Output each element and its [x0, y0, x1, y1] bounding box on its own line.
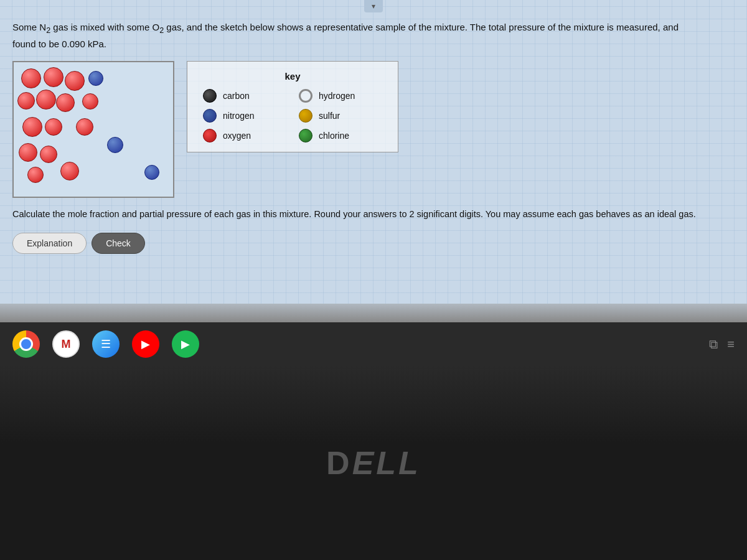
molecule-o2-4	[17, 92, 35, 110]
button-row: Explanation Check	[12, 233, 735, 254]
chlorine-label: chlorine	[319, 131, 349, 141]
chlorine-dot	[299, 129, 312, 142]
molecule-box	[12, 61, 174, 198]
dell-logo-text: D	[326, 445, 352, 481]
key-item-nitrogen: nitrogen	[203, 109, 286, 123]
molecule-o2-12	[60, 162, 79, 180]
dell-logo: DELL	[326, 444, 421, 482]
key-title: key	[203, 71, 382, 82]
key-box: key carbon hydrogen nitrogen sulfur	[187, 61, 398, 152]
carbon-dot	[203, 89, 217, 103]
carbon-label: carbon	[223, 91, 250, 101]
question-text: Some N2 gas is mixed with some O2 gas, a…	[12, 20, 697, 52]
key-grid: carbon hydrogen nitrogen sulfur oxygen	[203, 89, 382, 142]
key-item-carbon: carbon	[203, 89, 286, 103]
hydrogen-dot	[299, 89, 312, 103]
key-item-hydrogen: hydrogen	[299, 89, 382, 103]
taskbar-icon-play[interactable]: ▶	[172, 330, 199, 358]
o2-subscript: 2	[159, 26, 164, 35]
key-item-chlorine: chlorine	[299, 129, 382, 142]
molecule-n2-1	[88, 71, 103, 86]
molecule-o2-13	[76, 118, 93, 136]
chevron-down-icon: ▾	[372, 2, 375, 11]
nitrogen-dot	[203, 109, 217, 123]
molecule-o2-6	[56, 93, 75, 112]
taskbar-icon-files[interactable]: ☰	[92, 330, 120, 358]
sulfur-dot	[299, 109, 312, 123]
taskbar-right: ⧉ ≡	[709, 337, 735, 352]
molecule-o2-1	[21, 68, 41, 88]
oxygen-dot	[203, 129, 217, 142]
check-button[interactable]: Check	[92, 233, 145, 254]
n2-subscript: 2	[46, 26, 50, 35]
sulfur-label: sulfur	[319, 111, 340, 121]
explanation-button[interactable]: Explanation	[12, 233, 87, 254]
oxygen-label: oxygen	[223, 131, 251, 141]
molecule-o2-2	[44, 67, 63, 87]
dell-logo-ell: ELL	[352, 445, 421, 481]
taskbar: M ☰ ▶ ▶ ⧉ ≡	[0, 322, 747, 366]
molecule-o2-8	[45, 118, 62, 136]
key-item-sulfur: sulfur	[299, 109, 382, 123]
taskbar-icon-copy[interactable]: ⧉	[709, 337, 718, 352]
molecule-o2-5	[36, 90, 56, 110]
taskbar-icon-menu[interactable]: ≡	[727, 337, 735, 352]
molecule-o2-10	[40, 146, 57, 163]
hydrogen-label: hydrogen	[319, 91, 355, 101]
visual-area: key carbon hydrogen nitrogen sulfur	[12, 61, 735, 198]
key-item-oxygen: oxygen	[203, 129, 286, 142]
files-icon: ☰	[101, 337, 111, 351]
laptop-bottom: DELL	[0, 366, 747, 560]
molecule-n2-2	[144, 165, 159, 180]
molecule-n2-3	[107, 137, 123, 153]
molecule-o2-11	[27, 167, 44, 183]
nitrogen-label: nitrogen	[223, 111, 255, 121]
youtube-icon: ▶	[141, 337, 150, 351]
taskbar-icon-youtube[interactable]: ▶	[132, 330, 159, 358]
molecule-o2-9	[19, 143, 37, 162]
molecule-o2-7	[22, 117, 42, 137]
play-icon: ▶	[181, 337, 190, 351]
taskbar-icon-chrome[interactable]	[12, 330, 40, 358]
screen-bezel	[0, 304, 747, 322]
taskbar-icon-gmail[interactable]: M	[52, 330, 80, 358]
chevron-top-button[interactable]: ▾	[364, 0, 383, 12]
molecule-o2-14	[82, 93, 98, 110]
molecule-o2-3	[65, 71, 85, 91]
instruction-text: Calculate the mole fraction and partial …	[12, 207, 697, 222]
content-area: ▾ Some N2 gas is mixed with some O2 gas,…	[0, 0, 747, 305]
